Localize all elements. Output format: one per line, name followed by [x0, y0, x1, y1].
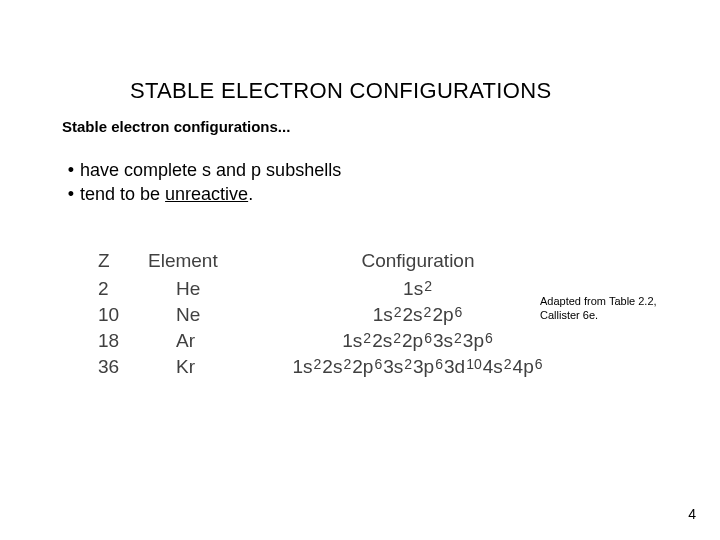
bullet-text: have complete s and p subshells	[80, 158, 341, 182]
col-header-z: Z	[98, 250, 148, 272]
cell-config: 1s2	[258, 278, 578, 300]
cell-z: 10	[98, 304, 148, 326]
slide-subtitle: Stable electron configurations...	[62, 118, 290, 135]
cell-z: 2	[98, 278, 148, 300]
cell-config: 1s22s22p63s23p6	[258, 330, 578, 352]
config-text: 1s22s22p63s23p6	[342, 330, 494, 351]
bullet-dot-icon: •	[62, 158, 80, 182]
col-header-config: Configuration	[258, 250, 578, 272]
config-text: 1s2	[403, 278, 433, 299]
cell-z: 36	[98, 356, 148, 378]
citation: Adapted from Table 2.2, Callister 6e.	[540, 295, 657, 323]
table-header-row: Z Element Configuration	[98, 250, 578, 272]
cell-z: 18	[98, 330, 148, 352]
cell-el: Kr	[148, 356, 258, 378]
page-number: 4	[688, 506, 696, 522]
config-text: 1s22s22p6	[373, 304, 464, 325]
bullet-dot-icon: •	[62, 182, 80, 206]
cell-config: 1s22s22p63s23p63d104s24p6	[258, 356, 578, 378]
config-text: 1s22s22p63s23p63d104s24p6	[292, 356, 543, 377]
table-row: 18 Ar 1s22s22p63s23p6	[98, 330, 578, 352]
cell-el: He	[148, 278, 258, 300]
slide-title: STABLE ELECTRON CONFIGURATIONS	[130, 78, 551, 104]
cell-el: Ar	[148, 330, 258, 352]
bullet-text-underlined: unreactive	[165, 184, 248, 204]
table-row: 10 Ne 1s22s22p6	[98, 304, 578, 326]
bullet-text-trail: .	[248, 184, 253, 204]
bullet-text-lead: tend to be	[80, 184, 165, 204]
citation-line: Adapted from Table 2.2,	[540, 295, 657, 309]
configuration-table: Z Element Configuration 2 He 1s2 10 Ne 1…	[98, 250, 578, 378]
table-row: 2 He 1s2	[98, 278, 578, 300]
bullet-list: • have complete s and p subshells • tend…	[62, 158, 341, 207]
cell-el: Ne	[148, 304, 258, 326]
table-row: 36 Kr 1s22s22p63s23p63d104s24p6	[98, 356, 578, 378]
col-header-element: Element	[148, 250, 258, 272]
slide: STABLE ELECTRON CONFIGURATIONS Stable el…	[0, 0, 720, 540]
bullet-item: • have complete s and p subshells	[62, 158, 341, 182]
bullet-text: tend to be unreactive.	[80, 182, 253, 206]
cell-config: 1s22s22p6	[258, 304, 578, 326]
citation-line: Callister 6e.	[540, 309, 657, 323]
bullet-item: • tend to be unreactive.	[62, 182, 341, 206]
